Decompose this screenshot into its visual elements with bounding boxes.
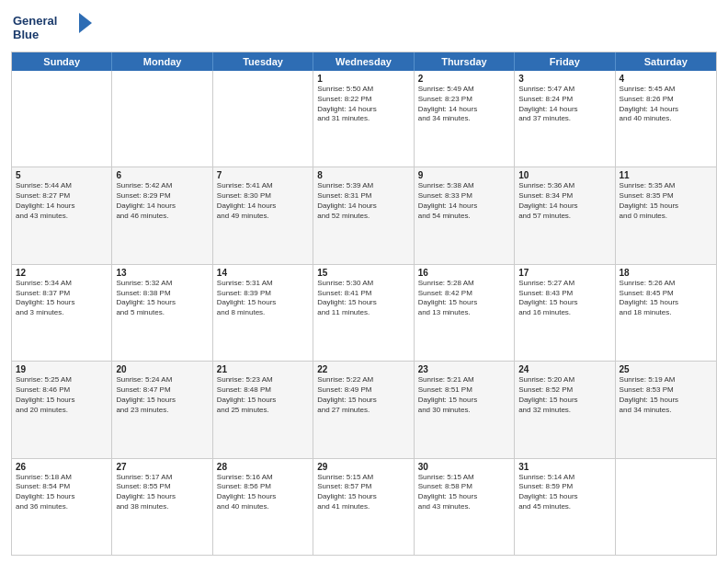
day-info: Sunrise: 5:15 AM Sunset: 8:57 PM Dayligh… bbox=[317, 473, 409, 512]
day-number: 10 bbox=[518, 170, 610, 180]
page: General Blue SundayMondayTuesdayWednesda… bbox=[0, 0, 728, 563]
cal-row-1: 5Sunrise: 5:44 AM Sunset: 8:27 PM Daylig… bbox=[12, 167, 716, 263]
header: General Blue bbox=[11, 9, 717, 46]
cal-cell-day-19: 19Sunrise: 5:25 AM Sunset: 8:46 PM Dayli… bbox=[12, 362, 112, 457]
day-number: 28 bbox=[217, 462, 309, 472]
day-info: Sunrise: 5:26 AM Sunset: 8:45 PM Dayligh… bbox=[620, 279, 712, 318]
logo: General Blue bbox=[11, 9, 94, 46]
cal-cell-day-17: 17Sunrise: 5:27 AM Sunset: 8:43 PM Dayli… bbox=[515, 265, 615, 361]
day-info: Sunrise: 5:41 AM Sunset: 8:30 PM Dayligh… bbox=[217, 181, 309, 221]
cal-cell-day-9: 9Sunrise: 5:38 AM Sunset: 8:33 PM Daylig… bbox=[415, 167, 515, 263]
cal-cell-day-31: 31Sunrise: 5:14 AM Sunset: 8:59 PM Dayli… bbox=[515, 459, 615, 555]
day-number: 26 bbox=[16, 462, 108, 472]
day-info: Sunrise: 5:47 AM Sunset: 8:24 PM Dayligh… bbox=[518, 85, 610, 124]
day-number: 20 bbox=[116, 364, 208, 374]
day-info: Sunrise: 5:49 AM Sunset: 8:23 PM Dayligh… bbox=[418, 85, 510, 124]
cal-cell-day-13: 13Sunrise: 5:32 AM Sunset: 8:38 PM Dayli… bbox=[112, 265, 212, 361]
day-number: 14 bbox=[217, 268, 309, 278]
day-number: 8 bbox=[317, 170, 409, 180]
day-number: 22 bbox=[317, 364, 409, 374]
day-info: Sunrise: 5:39 AM Sunset: 8:31 PM Dayligh… bbox=[317, 181, 409, 221]
svg-text:General: General bbox=[13, 14, 57, 28]
cal-header-day-wednesday: Wednesday bbox=[313, 52, 414, 71]
cal-header-day-saturday: Saturday bbox=[616, 52, 716, 71]
cal-row-3: 19Sunrise: 5:25 AM Sunset: 8:46 PM Dayli… bbox=[12, 361, 716, 457]
day-number: 11 bbox=[620, 170, 712, 180]
day-number: 6 bbox=[116, 170, 208, 180]
cal-cell-day-20: 20Sunrise: 5:24 AM Sunset: 8:47 PM Dayli… bbox=[112, 362, 212, 457]
day-info: Sunrise: 5:32 AM Sunset: 8:38 PM Dayligh… bbox=[116, 279, 208, 318]
day-info: Sunrise: 5:44 AM Sunset: 8:27 PM Dayligh… bbox=[16, 181, 108, 221]
day-info: Sunrise: 5:22 AM Sunset: 8:49 PM Dayligh… bbox=[317, 375, 409, 415]
day-info: Sunrise: 5:34 AM Sunset: 8:37 PM Dayligh… bbox=[16, 279, 108, 318]
day-info: Sunrise: 5:28 AM Sunset: 8:42 PM Dayligh… bbox=[418, 279, 510, 318]
day-number: 2 bbox=[418, 74, 510, 84]
cal-cell-day-21: 21Sunrise: 5:23 AM Sunset: 8:48 PM Dayli… bbox=[213, 362, 313, 457]
cal-cell-day-15: 15Sunrise: 5:30 AM Sunset: 8:41 PM Dayli… bbox=[313, 265, 414, 361]
day-number: 23 bbox=[418, 364, 510, 374]
day-number: 15 bbox=[317, 268, 409, 278]
day-info: Sunrise: 5:36 AM Sunset: 8:34 PM Dayligh… bbox=[518, 181, 610, 221]
day-info: Sunrise: 5:35 AM Sunset: 8:35 PM Dayligh… bbox=[620, 181, 712, 221]
cal-cell-day-14: 14Sunrise: 5:31 AM Sunset: 8:39 PM Dayli… bbox=[213, 265, 313, 361]
cal-cell-empty bbox=[213, 71, 313, 167]
cal-cell-day-24: 24Sunrise: 5:20 AM Sunset: 8:52 PM Dayli… bbox=[515, 362, 615, 457]
day-info: Sunrise: 5:24 AM Sunset: 8:47 PM Dayligh… bbox=[116, 375, 208, 415]
day-info: Sunrise: 5:38 AM Sunset: 8:33 PM Dayligh… bbox=[418, 181, 510, 221]
cal-header-day-sunday: Sunday bbox=[12, 52, 112, 71]
cal-cell-day-22: 22Sunrise: 5:22 AM Sunset: 8:49 PM Dayli… bbox=[313, 362, 414, 457]
cal-cell-day-11: 11Sunrise: 5:35 AM Sunset: 8:35 PM Dayli… bbox=[616, 167, 716, 263]
day-info: Sunrise: 5:42 AM Sunset: 8:29 PM Dayligh… bbox=[116, 181, 208, 221]
cal-cell-empty bbox=[616, 459, 716, 555]
cal-cell-day-8: 8Sunrise: 5:39 AM Sunset: 8:31 PM Daylig… bbox=[313, 167, 414, 263]
cal-cell-day-23: 23Sunrise: 5:21 AM Sunset: 8:51 PM Dayli… bbox=[415, 362, 515, 457]
day-info: Sunrise: 5:15 AM Sunset: 8:58 PM Dayligh… bbox=[418, 473, 510, 512]
cal-cell-day-10: 10Sunrise: 5:36 AM Sunset: 8:34 PM Dayli… bbox=[515, 167, 615, 263]
day-number: 29 bbox=[317, 462, 409, 472]
cal-cell-day-25: 25Sunrise: 5:19 AM Sunset: 8:53 PM Dayli… bbox=[616, 362, 716, 457]
day-number: 19 bbox=[16, 364, 108, 374]
cal-cell-day-2: 2Sunrise: 5:49 AM Sunset: 8:23 PM Daylig… bbox=[415, 71, 515, 167]
cal-header-day-tuesday: Tuesday bbox=[213, 52, 313, 71]
svg-text:Blue: Blue bbox=[13, 28, 39, 41]
day-number: 12 bbox=[16, 268, 108, 278]
day-number: 16 bbox=[418, 268, 510, 278]
cal-cell-day-6: 6Sunrise: 5:42 AM Sunset: 8:29 PM Daylig… bbox=[112, 167, 212, 263]
cal-cell-day-7: 7Sunrise: 5:41 AM Sunset: 8:30 PM Daylig… bbox=[213, 167, 313, 263]
day-number: 18 bbox=[620, 268, 712, 278]
day-number: 3 bbox=[518, 74, 610, 84]
day-number: 31 bbox=[518, 462, 610, 472]
cal-cell-day-18: 18Sunrise: 5:26 AM Sunset: 8:45 PM Dayli… bbox=[616, 265, 716, 361]
day-number: 4 bbox=[620, 74, 712, 84]
cal-row-0: 1Sunrise: 5:50 AM Sunset: 8:22 PM Daylig… bbox=[12, 71, 716, 167]
day-number: 25 bbox=[620, 364, 712, 374]
calendar-header: SundayMondayTuesdayWednesdayThursdayFrid… bbox=[12, 52, 716, 71]
cal-header-day-monday: Monday bbox=[112, 52, 212, 71]
day-number: 7 bbox=[217, 170, 309, 180]
svg-marker-2 bbox=[79, 13, 92, 33]
logo-svg: General Blue bbox=[11, 9, 94, 46]
day-info: Sunrise: 5:17 AM Sunset: 8:55 PM Dayligh… bbox=[116, 473, 208, 512]
cal-cell-day-1: 1Sunrise: 5:50 AM Sunset: 8:22 PM Daylig… bbox=[313, 71, 414, 167]
day-info: Sunrise: 5:20 AM Sunset: 8:52 PM Dayligh… bbox=[518, 375, 610, 415]
calendar-body: 1Sunrise: 5:50 AM Sunset: 8:22 PM Daylig… bbox=[12, 71, 716, 555]
cal-cell-day-27: 27Sunrise: 5:17 AM Sunset: 8:55 PM Dayli… bbox=[112, 459, 212, 555]
cal-cell-day-4: 4Sunrise: 5:45 AM Sunset: 8:26 PM Daylig… bbox=[616, 71, 716, 167]
day-info: Sunrise: 5:16 AM Sunset: 8:56 PM Dayligh… bbox=[217, 473, 309, 512]
cal-row-2: 12Sunrise: 5:34 AM Sunset: 8:37 PM Dayli… bbox=[12, 264, 716, 361]
cal-cell-empty bbox=[112, 71, 212, 167]
day-number: 9 bbox=[418, 170, 510, 180]
cal-header-day-friday: Friday bbox=[515, 52, 615, 71]
cal-cell-day-26: 26Sunrise: 5:18 AM Sunset: 8:54 PM Dayli… bbox=[12, 459, 112, 555]
day-info: Sunrise: 5:18 AM Sunset: 8:54 PM Dayligh… bbox=[16, 473, 108, 512]
cal-row-4: 26Sunrise: 5:18 AM Sunset: 8:54 PM Dayli… bbox=[12, 458, 716, 555]
cal-header-day-thursday: Thursday bbox=[415, 52, 515, 71]
cal-cell-day-29: 29Sunrise: 5:15 AM Sunset: 8:57 PM Dayli… bbox=[313, 459, 414, 555]
day-number: 30 bbox=[418, 462, 510, 472]
day-info: Sunrise: 5:25 AM Sunset: 8:46 PM Dayligh… bbox=[16, 375, 108, 415]
day-number: 1 bbox=[317, 74, 409, 84]
cal-cell-day-12: 12Sunrise: 5:34 AM Sunset: 8:37 PM Dayli… bbox=[12, 265, 112, 361]
day-info: Sunrise: 5:45 AM Sunset: 8:26 PM Dayligh… bbox=[620, 85, 712, 124]
day-info: Sunrise: 5:23 AM Sunset: 8:48 PM Dayligh… bbox=[217, 375, 309, 415]
cal-cell-day-3: 3Sunrise: 5:47 AM Sunset: 8:24 PM Daylig… bbox=[515, 71, 615, 167]
